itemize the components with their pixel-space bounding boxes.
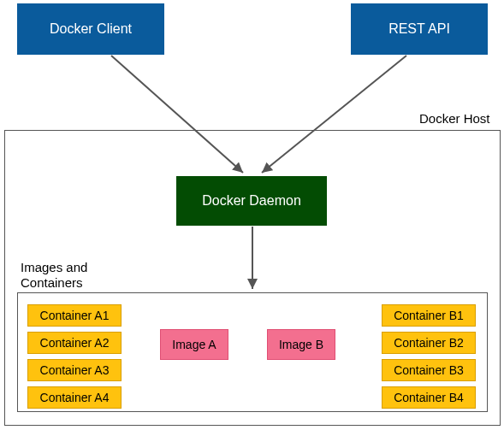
container-box: Container A2 xyxy=(27,332,122,354)
container-box: Container B2 xyxy=(382,332,476,354)
container-box: Container A4 xyxy=(27,386,122,409)
diagram-canvas: Docker Client REST API Docker Host Docke… xyxy=(0,0,504,430)
container-box: Container B1 xyxy=(382,304,476,327)
images-containers-label-line1: Images and xyxy=(21,260,87,275)
container-label: Container B3 xyxy=(394,363,464,377)
container-label: Container B4 xyxy=(394,391,464,404)
image-box: Image B xyxy=(267,329,335,360)
docker-client-box: Docker Client xyxy=(17,3,164,55)
container-label: Container B1 xyxy=(394,309,464,322)
image-label: Image A xyxy=(172,338,216,351)
container-label: Container A4 xyxy=(40,391,110,404)
container-box: Container B3 xyxy=(382,359,476,381)
container-box: Container B4 xyxy=(382,386,476,409)
image-label: Image B xyxy=(279,338,323,351)
container-label: Container A2 xyxy=(40,336,110,350)
images-containers-label-line2: Containers xyxy=(21,275,83,291)
container-label: Container A3 xyxy=(40,363,110,377)
rest-api-label: REST API xyxy=(388,21,450,37)
docker-client-label: Docker Client xyxy=(50,21,132,37)
container-box: Container A1 xyxy=(27,304,122,327)
container-label: Container B2 xyxy=(394,336,464,350)
image-box: Image A xyxy=(160,329,228,360)
rest-api-box: REST API xyxy=(351,3,488,55)
docker-host-label: Docker Host xyxy=(419,111,490,127)
container-label: Container A1 xyxy=(40,309,110,322)
docker-daemon-box: Docker Daemon xyxy=(176,176,327,226)
container-box: Container A3 xyxy=(27,359,122,381)
docker-daemon-label: Docker Daemon xyxy=(202,193,301,209)
